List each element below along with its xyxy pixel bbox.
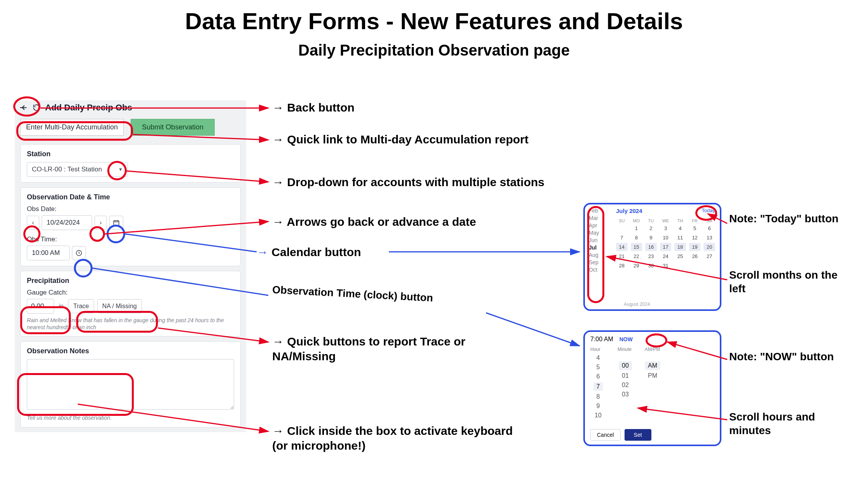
calendar-day[interactable]: 8 <box>631 234 642 242</box>
na-missing-button[interactable]: NA / Missing <box>97 299 142 313</box>
ann-clock: Observation Time (clock) button <box>272 283 433 305</box>
calendar-day[interactable]: 25 <box>674 252 686 260</box>
note-scroll-months: Scroll months on the left <box>729 268 854 295</box>
time-col-item[interactable]: AM <box>645 361 660 370</box>
calendar-month-item[interactable]: Aug <box>589 252 599 258</box>
calendar-day[interactable]: 22 <box>631 252 642 260</box>
gauge-label: Gauge Catch: <box>27 289 234 297</box>
form-panel: Add Daily Precip Obs Enter Multi-Day Acc… <box>15 100 246 432</box>
time-col-item[interactable]: 5 <box>597 364 600 371</box>
notes-card: Observation Notes Tell us more about the… <box>20 341 241 427</box>
ann-dropdown: → Drop-down for accounts with multiple s… <box>272 175 544 190</box>
time-col-item[interactable]: 8 <box>597 393 600 400</box>
calendar-day[interactable]: 24 <box>660 252 672 260</box>
ann-multi: → Quick link to Multi-day Accumulation r… <box>272 132 528 147</box>
calendar-month-item[interactable]: Apr <box>589 222 599 229</box>
calendar-day[interactable]: 9 <box>645 234 657 242</box>
time-col[interactable]: 00010203 <box>618 354 633 419</box>
submit-button[interactable]: Submit Observation <box>131 119 215 136</box>
calendar-month-item[interactable]: Feb <box>589 208 599 214</box>
calendar-grid[interactable]: SUMOTUWETHFRSA12345678910111213141516171… <box>616 218 715 270</box>
calendar-day[interactable]: 27 <box>704 252 715 260</box>
station-card: Station CO-LR-00 : Test Station ▼ <box>20 144 241 183</box>
ann-quick: → Quick buttons to report Trace or NA/Mi… <box>272 334 506 363</box>
clock-button[interactable] <box>72 246 86 260</box>
calendar-month-item[interactable]: Sep <box>589 259 599 265</box>
calendar-day[interactable]: 17 <box>660 243 672 251</box>
calendar-day[interactable]: 20 <box>704 243 715 251</box>
calendar-dow: TU <box>645 218 657 223</box>
time-col[interactable]: 45678910 <box>590 354 606 419</box>
time-col-item[interactable]: 7 <box>593 382 603 391</box>
calendar-month-item[interactable]: Oct <box>589 267 599 273</box>
multi-day-button[interactable]: Enter Multi-Day Accumulation <box>20 119 124 136</box>
calendar-day <box>616 224 628 232</box>
calendar-today-button[interactable]: Today <box>702 208 715 214</box>
calendar-day[interactable]: 3 <box>660 224 672 232</box>
obs-date-label: Obs Date: <box>27 205 234 213</box>
station-select[interactable]: CO-LR-00 : Test Station ▼ <box>27 162 128 177</box>
form-header: Add Daily Precip Obs <box>15 100 246 115</box>
calendar-day[interactable]: 26 <box>689 252 701 260</box>
note-today: Note: "Today" button <box>729 212 846 225</box>
calendar-day[interactable]: 7 <box>616 234 628 242</box>
time-col-item[interactable]: 00 <box>619 361 632 370</box>
time-col-item[interactable]: 4 <box>597 354 600 361</box>
time-col[interactable]: AMPM <box>645 354 660 419</box>
obs-date-input[interactable]: 10/24/2024 <box>42 215 92 230</box>
calendar-day[interactable]: 11 <box>674 234 686 242</box>
calendar-month-list[interactable]: FebMarAprMayJunJulAugSepOct <box>589 208 599 273</box>
calendar-month-item[interactable]: May <box>589 230 599 236</box>
date-prev-button[interactable]: ‹ <box>27 216 39 230</box>
calendar-day[interactable]: 18 <box>674 243 686 251</box>
time-col-item[interactable]: 10 <box>595 412 602 419</box>
calendar-day <box>704 262 715 270</box>
calendar-day[interactable]: 6 <box>704 224 715 232</box>
time-col-item[interactable]: 9 <box>597 403 600 410</box>
date-next-button[interactable]: › <box>94 216 107 230</box>
note-now: Note: "NOW" button <box>729 350 846 363</box>
calendar-day[interactable]: 16 <box>645 243 657 251</box>
calendar-day[interactable]: 2 <box>645 224 657 232</box>
calendar-day[interactable]: 14 <box>616 243 628 251</box>
page-subtitle: Daily Precipitation Observation page <box>0 42 868 59</box>
time-now-button[interactable]: NOW <box>620 336 633 342</box>
calendar-day[interactable]: 21 <box>616 252 628 260</box>
time-col-item[interactable]: 01 <box>622 372 629 379</box>
calendar-day[interactable]: 28 <box>616 262 628 270</box>
time-col-header: AM/PM <box>645 347 660 352</box>
time-set-button[interactable]: Set <box>625 429 651 441</box>
calendar-month-item[interactable]: Jul <box>589 244 599 251</box>
back-arrow-icon[interactable] <box>19 103 28 112</box>
calendar-day[interactable]: 31 <box>660 262 672 270</box>
calendar-button[interactable] <box>109 216 123 230</box>
obs-section-label: Observation Date & Time <box>27 193 234 201</box>
calendar-day[interactable]: 1 <box>631 224 642 232</box>
time-popup: 7:00 AM NOW HourMinuteAM/PM 456789100001… <box>583 330 721 446</box>
time-col-item[interactable]: 03 <box>622 391 629 398</box>
time-cancel-button[interactable]: Cancel <box>590 429 621 441</box>
time-display: 7:00 AM <box>590 336 613 343</box>
calendar-day[interactable]: 5 <box>689 224 701 232</box>
time-col-item[interactable]: 02 <box>622 382 629 389</box>
time-col-item[interactable]: PM <box>648 372 657 379</box>
calendar-day[interactable]: 4 <box>674 224 686 232</box>
calendar-day[interactable]: 13 <box>704 234 715 242</box>
calendar-day[interactable]: 10 <box>660 234 672 242</box>
time-columns[interactable]: 4567891000010203AMPM <box>590 354 714 419</box>
trace-button[interactable]: Trace <box>68 299 94 313</box>
gauge-input[interactable]: 0.00 <box>27 299 54 314</box>
calendar-day[interactable]: 19 <box>689 243 701 251</box>
calendar-day[interactable]: 12 <box>689 234 701 242</box>
calendar-dow: MO <box>631 218 642 223</box>
calendar-day[interactable]: 15 <box>631 243 642 251</box>
calendar-day[interactable]: 23 <box>645 252 657 260</box>
refresh-icon[interactable] <box>32 103 41 112</box>
time-col-item[interactable]: 6 <box>597 373 600 380</box>
calendar-month-item[interactable]: Jun <box>589 237 599 243</box>
obs-time-input[interactable]: 10:00 AM <box>27 246 70 260</box>
calendar-month-item[interactable]: Mar <box>589 215 599 221</box>
notes-textarea[interactable] <box>27 359 234 410</box>
calendar-day[interactable]: 29 <box>631 262 642 270</box>
calendar-day[interactable]: 30 <box>645 262 657 270</box>
